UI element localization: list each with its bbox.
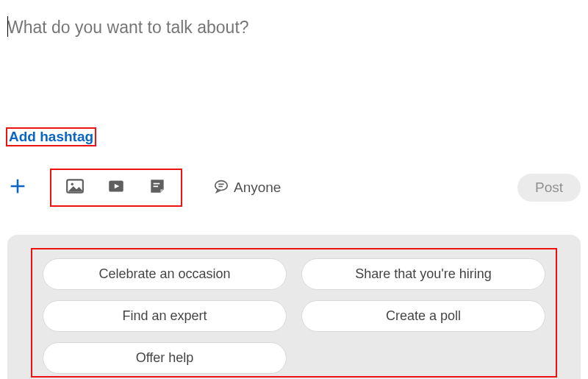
plus-icon [7, 176, 28, 199]
suggestion-create-poll[interactable]: Create a poll [301, 300, 545, 332]
add-more-button[interactable] [7, 176, 37, 199]
write-article-button[interactable] [147, 177, 168, 198]
audience-label: Anyone [234, 180, 281, 196]
add-photo-button[interactable] [65, 177, 85, 198]
video-icon [107, 177, 126, 199]
add-hashtag-link[interactable]: Add hashtag [9, 127, 93, 146]
document-icon [148, 177, 167, 199]
add-video-button[interactable] [106, 177, 126, 198]
photo-icon [65, 177, 85, 199]
suggestion-celebrate[interactable]: Celebrate an occasion [43, 258, 287, 290]
composer-input[interactable]: What do you want to talk about? [7, 18, 581, 38]
suggestion-hiring[interactable]: Share that you're hiring [301, 258, 545, 290]
svg-rect-5 [154, 183, 160, 185]
composer-toolbar: Anyone Post [0, 167, 588, 208]
svg-point-3 [71, 183, 73, 185]
suggestion-offer-help[interactable]: Offer help [43, 342, 287, 374]
svg-point-7 [215, 181, 228, 191]
suggestions-panel: Celebrate an occasion Share that you're … [7, 235, 581, 379]
svg-rect-6 [154, 185, 159, 187]
suggestion-find-expert[interactable]: Find an expert [43, 300, 287, 332]
comment-icon [213, 178, 229, 197]
post-button[interactable]: Post [517, 174, 581, 202]
audience-selector[interactable]: Anyone [213, 178, 281, 197]
